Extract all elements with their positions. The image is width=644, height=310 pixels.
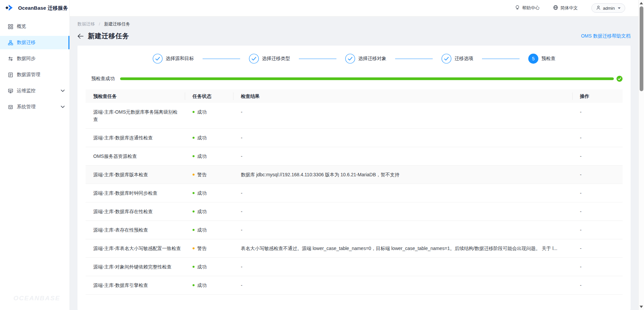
step-check-icon	[441, 54, 451, 64]
precheck-card: 选择源和目标 选择迁移类型 选择迁移对象 迁移选项 5 预检查 预检查成功	[77, 46, 631, 310]
precheck-task-cell: 源端-主库-数据库时钟同步检查	[86, 184, 185, 202]
column-header-task: 预检查任务	[86, 89, 185, 103]
action-cell: -	[572, 276, 623, 294]
cluster-icon	[8, 40, 13, 45]
table-row: 源端-主库-对象间外键依赖完整性检查 成功 - -	[86, 258, 623, 276]
check-result-cell: -	[233, 103, 572, 128]
breadcrumb-data-migration[interactable]: 数据迁移	[77, 21, 95, 26]
table-header-row: 预检查任务 任务状态 检查结果 操作	[86, 89, 623, 103]
step-check-icon	[345, 54, 355, 64]
action-cell: -	[572, 184, 623, 202]
user-menu[interactable]: admin	[591, 3, 625, 13]
globe-icon	[553, 5, 558, 11]
database-icon	[8, 72, 13, 77]
step-number: 5	[528, 54, 538, 64]
status-label: 成功	[197, 282, 207, 289]
check-result-cell: -	[233, 202, 572, 221]
sidebar-item-data-migration[interactable]: 数据迁移	[0, 36, 69, 49]
check-result-cell: -	[233, 258, 572, 276]
check-result-cell: -	[233, 184, 572, 202]
monitor-icon	[8, 88, 13, 94]
task-status-cell: 成功	[185, 258, 233, 276]
scroll-down-arrow-icon[interactable]	[640, 306, 643, 308]
check-result-cell: -	[233, 129, 572, 147]
check-result-cell: -	[233, 221, 572, 239]
step-precheck: 5 预检查	[528, 54, 555, 64]
sync-arrows-icon	[8, 56, 13, 61]
status-label: 警告	[197, 171, 207, 178]
action-cell: -	[572, 166, 623, 184]
action-cell: -	[572, 258, 623, 276]
action-cell: -	[572, 221, 623, 239]
status-dot	[193, 137, 195, 139]
status-label: 成功	[197, 226, 207, 234]
status-label: 警告	[197, 245, 207, 252]
sidebar-item-system-admin[interactable]: 系统管理	[0, 100, 69, 114]
precheck-task-cell: 源端-主库-表存在性预检查	[86, 221, 185, 239]
status-label: 成功	[197, 108, 207, 116]
help-center-button[interactable]: 帮助中心	[515, 5, 540, 11]
table-row: 源端-主库-数据库连通性检查 成功 - -	[86, 129, 623, 147]
sidebar-item-overview[interactable]: 概览	[0, 20, 69, 33]
language-label: 简体中文	[560, 5, 578, 11]
status-dot	[193, 192, 195, 194]
precheck-task-cell: 源端-主库-OMS元数据库事务隔离级别检查	[86, 103, 185, 128]
back-button[interactable]	[77, 34, 84, 39]
step-connector	[395, 59, 433, 59]
status-dot	[193, 174, 195, 176]
action-cell: -	[572, 103, 623, 128]
sidebar-item-data-sync[interactable]: 数据同步	[0, 52, 69, 65]
sidebar-item-ops-monitor[interactable]: 运维监控	[0, 84, 69, 98]
table-row: 源端-主库-库表名大小写敏感配置一致检查 警告 表名大小写敏感检查不通过。源端 …	[86, 239, 623, 258]
language-switcher[interactable]: 简体中文	[553, 5, 578, 11]
check-result-cell: 表名大小写敏感检查不通过。源端 lower_case_table_names=0…	[233, 239, 572, 257]
content-area: 数据迁移 / 新建迁移任务 新建迁移任务 OMS 数据迁移帮助文档 选择源和目标…	[70, 16, 644, 310]
status-label: 成功	[197, 152, 207, 160]
vertical-scrollbar[interactable]	[638, 0, 644, 310]
stepper: 选择源和目标 选择迁移类型 选择迁移对象 迁移选项 5 预检查	[86, 52, 623, 64]
oceanbase-logo-icon	[5, 4, 15, 13]
status-dot	[193, 229, 195, 231]
breadcrumb: 数据迁移 / 新建迁移任务	[77, 21, 631, 27]
precheck-task-cell: 源端-主库-对象间外键依赖完整性检查	[86, 258, 185, 276]
precheck-task-cell: 源端-主库-数据库存在性检查	[86, 202, 185, 221]
status-dot	[193, 155, 195, 157]
check-result-cell: 数据库 jdbc:mysql://192.168.4.110:3306 版本为 …	[233, 166, 572, 184]
app-title: OceanBase 迁移服务	[18, 5, 68, 11]
task-status-cell: 成功	[185, 202, 233, 221]
check-result-cell: -	[233, 276, 572, 294]
grid-icon	[8, 24, 13, 29]
task-status-cell: 警告	[185, 166, 233, 184]
step-connector	[299, 59, 336, 59]
lightbulb-icon	[515, 5, 520, 11]
step-check-icon	[249, 54, 259, 64]
precheck-task-cell: 源端-主库-数据库版本检查	[86, 166, 185, 184]
scrollbar-thumb[interactable]	[640, 6, 643, 91]
table-row: 源端-主库-表存在性预检查 成功 - -	[86, 221, 623, 239]
topbar: 帮助中心 简体中文 a	[70, 0, 644, 16]
step-check-icon	[153, 54, 163, 64]
user-icon	[596, 5, 601, 11]
task-status-cell: 成功	[185, 276, 233, 294]
precheck-table: 预检查任务 任务状态 检查结果 操作 源端-主库-OMS元数据库事务隔离级别检查…	[86, 89, 623, 295]
sidebar-item-datasource[interactable]: 数据源管理	[0, 68, 69, 81]
step-migration-object: 选择迁移对象	[345, 54, 386, 64]
scroll-up-arrow-icon[interactable]	[640, 2, 643, 4]
sidebar: OceanBase 迁移服务 概览 数据迁移 数据同步 数据源管理 运维监控	[0, 0, 70, 310]
status-label: 成功	[197, 134, 207, 141]
breadcrumb-current: 新建迁移任务	[104, 21, 130, 26]
system-icon	[8, 104, 13, 110]
precheck-progress: 预检查成功	[86, 76, 623, 82]
progress-fill	[120, 77, 614, 80]
status-label: 成功	[197, 263, 207, 270]
precheck-task-cell: OMS服务器资源检查	[86, 147, 185, 165]
status-label: 成功	[197, 208, 207, 215]
oceanbase-watermark: OCEANBASE	[13, 295, 60, 302]
column-header-status: 任务状态	[185, 89, 233, 103]
oms-help-doc-link[interactable]: OMS 数据迁移帮助文档	[581, 33, 631, 39]
chevron-down-icon	[61, 105, 65, 109]
status-dot	[193, 111, 195, 113]
progress-bar	[120, 77, 614, 80]
table-body: 源端-主库-OMS元数据库事务隔离级别检查 成功 - - 源端-主库-数据库连通…	[86, 103, 623, 295]
check-result-cell: -	[233, 147, 572, 165]
